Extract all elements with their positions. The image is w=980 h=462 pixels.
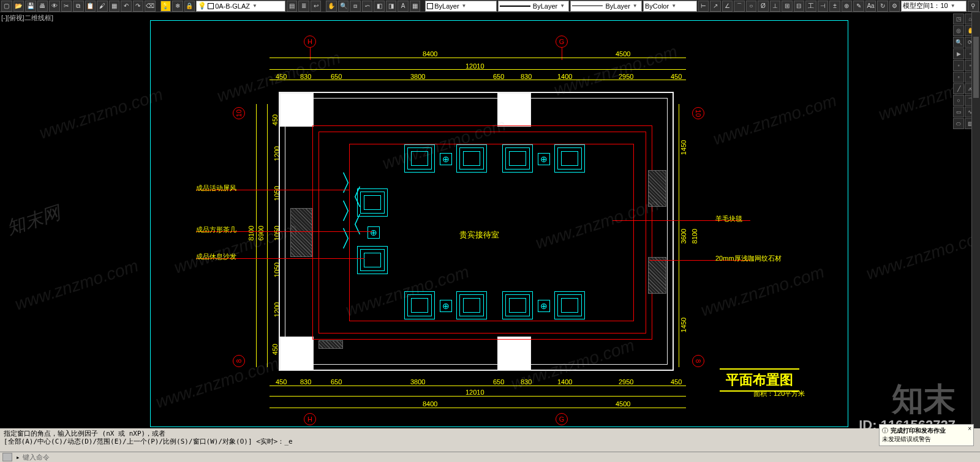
dim-value: 830 [521, 73, 532, 80]
watermark: www.znzmo.com [864, 225, 980, 283]
column [280, 93, 314, 127]
redo-icon[interactable]: ↷ [133, 1, 144, 12]
dim-update-icon[interactable]: ↻ [877, 1, 888, 12]
tool1-icon[interactable]: ◧ [374, 1, 385, 12]
dim-value: 4500 [616, 50, 630, 58]
floor-pattern-bl [318, 340, 343, 349]
dim-aligned-icon[interactable]: ↗ [710, 1, 721, 12]
dim-value: 6900 [257, 226, 265, 240]
zoom-tool-icon[interactable]: 🔍 [953, 37, 964, 48]
dim-value: 650 [493, 73, 504, 80]
copy-icon[interactable]: ⧉ [73, 1, 84, 12]
dim-value: 450 [671, 73, 682, 80]
dim-break-icon[interactable]: ⊣ [818, 1, 829, 12]
dim-style-icon[interactable]: ⚙ [889, 1, 900, 12]
zoom-realtime-icon[interactable]: 🔍 [338, 1, 349, 12]
properties-icon[interactable]: A [398, 1, 409, 12]
dim-value: 450 [276, 378, 287, 386]
dim-value: 830 [300, 378, 311, 386]
dim-ordinate-icon[interactable]: ⊥ [770, 1, 781, 12]
print-icon[interactable]: 🖶 [37, 1, 48, 12]
new-icon[interactable]: ▢ [1, 1, 12, 12]
color-dropdown[interactable]: ByLayer▼ [425, 1, 497, 12]
anno-tool-icon[interactable]: ⚲ [968, 1, 979, 12]
dim-value: 450 [276, 73, 287, 80]
dim-baseline-icon[interactable]: ⊞ [782, 1, 793, 12]
rect-draw-icon[interactable]: ▭ [953, 106, 964, 117]
layer-freeze-icon[interactable]: ❄ [172, 1, 183, 12]
zoom-prev-icon[interactable]: ⤺ [362, 1, 373, 12]
view-controls-label[interactable]: [-][俯视]二维线框] [1, 13, 53, 23]
close-icon[interactable]: × [968, 425, 971, 432]
dim-space-icon[interactable]: 工 [805, 1, 816, 12]
lineweight-dropdown[interactable]: ByLayer▼ [570, 1, 642, 12]
tool-b-icon[interactable]: ▫ [953, 60, 964, 71]
dim-arc-icon[interactable]: ⌒ [734, 1, 745, 12]
dim-linear-icon[interactable]: ⊢ [698, 1, 709, 12]
dim-radius-icon[interactable]: ○ [746, 1, 757, 12]
dim-continue-icon[interactable]: ⊟ [794, 1, 805, 12]
top-toolbar: ▢ 📂 💾 🖶 👁 ✂ ⧉ 📋 🖌 ▦ ↶ ↷ ⌫ 💡 ❄ 🔒 💡 0A-B-G… [0, 0, 980, 12]
tool2-icon[interactable]: ◨ [386, 1, 397, 12]
dim-value: 3800 [410, 73, 425, 80]
zoom-window-icon[interactable]: ⧈ [350, 1, 361, 12]
layer-dropdown[interactable]: 💡 0A-B-GLAZ ▼ [196, 1, 285, 12]
dim-value: 12010 [466, 389, 484, 396]
layer-lightbulb-icon[interactable]: 💡 [160, 1, 172, 12]
showmotion-icon[interactable]: ▶ [953, 48, 964, 59]
steering-wheel-icon[interactable]: ◎ [953, 25, 964, 36]
sofa-top [554, 144, 585, 173]
tool-d-icon[interactable]: ▫ [953, 72, 964, 83]
save-icon[interactable]: 💾 [25, 1, 36, 12]
layer-tools-icon[interactable]: ▤ [287, 1, 298, 12]
dim-edit-icon[interactable]: ✎ [853, 1, 864, 12]
tolerance-icon[interactable]: ± [829, 1, 840, 12]
drawing-viewport[interactable]: [-][俯视]二维线框] H G 10 8 10 8 8400 4500 120… [0, 12, 980, 428]
block-editor-icon[interactable]: ▦ [109, 1, 120, 12]
grid-bubble-8-r: 8 [692, 355, 704, 367]
callout-screen: 成品活动屏风 [196, 184, 236, 193]
cmd-line-2: [全部(A)/中心(C)/动态(D)/范围(E)/上一个(P)/比例(S)/窗口… [4, 438, 976, 445]
layer-states-icon[interactable]: ≣ [298, 1, 309, 12]
open-icon[interactable]: 📂 [13, 1, 24, 12]
plotstyle-dropdown[interactable]: ByColor▼ [643, 1, 696, 12]
eraser-icon[interactable]: ⌫ [145, 1, 156, 12]
dim-value: 650 [331, 73, 342, 80]
callout-table: 成品方形茶几 [196, 225, 236, 234]
vertical-scrollbar[interactable] [971, 12, 980, 428]
dim-angular-icon[interactable]: ∠ [722, 1, 733, 12]
plot-preview-icon[interactable]: 👁 [49, 1, 60, 12]
viewcube-icon[interactable]: ◳ [953, 13, 964, 24]
command-prompt-icon [2, 453, 12, 461]
column [497, 93, 531, 127]
command-input-row[interactable]: ▸ 键入命令 [0, 452, 980, 462]
circle-draw-icon[interactable]: ○ [953, 95, 964, 106]
layer-prev-icon[interactable]: ↩ [311, 1, 322, 12]
grid-bubble-h: H [304, 35, 316, 48]
layer-lock-icon[interactable]: 🔒 [184, 1, 195, 12]
center-mark-icon[interactable]: ⊕ [842, 1, 853, 12]
ellipse-icon[interactable]: ⬭ [953, 118, 964, 129]
anno-scale-dropdown[interactable]: 模型空间1：10▼ [901, 1, 967, 12]
sofa-bottom [502, 291, 533, 319]
watermark: www.znzmo.com [37, 84, 165, 143]
paste-icon[interactable]: 📋 [85, 1, 96, 12]
dsviewer-icon[interactable]: ▦ [410, 1, 421, 12]
grid-bubble-g: G [556, 35, 568, 48]
plot-notification-balloon[interactable]: × ⓘ完成打印和发布作业 未发现错误或警告 [879, 424, 974, 446]
undo-icon[interactable]: ↶ [121, 1, 132, 12]
cut-icon[interactable]: ✂ [61, 1, 72, 12]
line-draw-icon[interactable]: ╱ [953, 83, 964, 94]
dim-tedit-icon[interactable]: Aa [865, 1, 876, 12]
match-prop-icon[interactable]: 🖌 [97, 1, 108, 12]
pan-icon[interactable]: ✋ [326, 1, 337, 12]
dim-diameter-icon[interactable]: Ø [758, 1, 769, 12]
balloon-body: 未发现错误或警告 [882, 435, 971, 444]
callout-sofa: 成品休息沙发 [196, 252, 236, 261]
linetype-dropdown[interactable]: ByLayer▼ [498, 1, 570, 12]
dim-chain-bot-total [270, 396, 686, 397]
grid-bubble-10-l: 10 [233, 107, 245, 119]
dim-value: 650 [493, 378, 504, 386]
layer-name: 0A-B-GLAZ [215, 2, 250, 10]
column [280, 337, 314, 370]
